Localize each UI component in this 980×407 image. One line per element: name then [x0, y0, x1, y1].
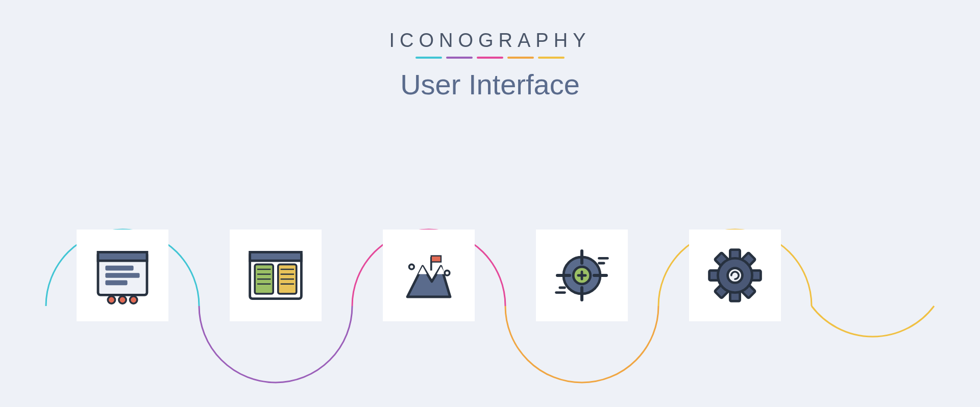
browser-form-icon	[92, 245, 153, 306]
icon-card-1	[77, 230, 168, 321]
svg-point-25	[409, 264, 414, 269]
svg-point-48	[728, 268, 743, 283]
brand-text: ICONOGRAPHY	[0, 30, 980, 52]
brand-underline	[0, 57, 980, 59]
underline-cyan	[415, 57, 442, 59]
icon-card-2	[230, 230, 322, 321]
svg-point-5	[108, 296, 115, 303]
svg-point-26	[445, 270, 450, 275]
svg-point-6	[119, 296, 126, 303]
svg-rect-4	[105, 281, 127, 286]
svg-marker-20	[407, 266, 450, 297]
icon-card-5	[689, 230, 781, 321]
svg-point-7	[130, 296, 137, 303]
icon-card-3	[383, 230, 475, 321]
svg-rect-2	[105, 266, 133, 271]
gear-icon	[704, 245, 766, 306]
pack-title: User Interface	[0, 68, 980, 101]
underline-magenta	[477, 57, 503, 59]
mountain-flag-icon	[398, 245, 459, 306]
svg-rect-1	[98, 252, 147, 261]
header: ICONOGRAPHY User Interface	[0, 30, 980, 101]
icon-card-4	[536, 230, 628, 321]
svg-rect-9	[250, 252, 302, 261]
underline-purple	[446, 57, 473, 59]
underline-orange	[507, 57, 534, 59]
svg-rect-3	[105, 273, 139, 278]
target-icon	[551, 245, 612, 306]
icon-stage	[0, 153, 980, 388]
svg-rect-24	[431, 256, 441, 262]
underline-yellow	[538, 57, 565, 59]
browser-columns-icon	[245, 245, 306, 306]
